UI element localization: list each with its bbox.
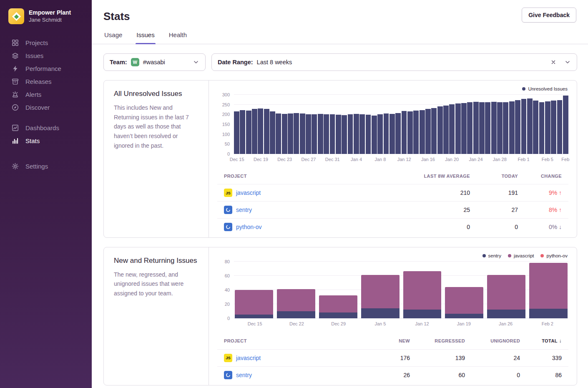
chart-bar[interactable] (557, 100, 563, 154)
chart-bar[interactable] (479, 102, 485, 154)
chart-bar[interactable] (485, 102, 490, 154)
chart-bar[interactable] (234, 111, 239, 154)
column-header-regressed[interactable]: REGRESSED (417, 333, 472, 350)
chart-bar[interactable] (252, 109, 257, 154)
chart-bar[interactable] (533, 101, 538, 154)
chart-bar[interactable] (407, 111, 413, 154)
chart-bar[interactable] (312, 114, 317, 154)
sidebar-item-performance[interactable]: Performance (12, 63, 92, 75)
column-header-new[interactable]: NEW (367, 333, 417, 350)
chart-bar[interactable] (545, 101, 550, 154)
chart-bar[interactable] (420, 110, 425, 154)
sidebar-item-dashboards[interactable]: Dashboards (12, 122, 92, 134)
chart-bar[interactable] (425, 109, 431, 154)
chart-bar[interactable] (270, 111, 275, 154)
stacked-bar[interactable] (529, 262, 568, 318)
chart-bar[interactable] (413, 111, 419, 154)
column-header-last-8w-average[interactable]: LAST 8W AVERAGE (372, 168, 477, 184)
chart-bar[interactable] (497, 102, 503, 154)
chart-bar[interactable] (455, 103, 461, 154)
chart-bar[interactable] (336, 115, 341, 154)
legend-item-python-ov[interactable]: python-ov (540, 253, 568, 258)
chart-bar[interactable] (366, 115, 371, 154)
chart-bar[interactable] (521, 99, 527, 154)
chart-bar[interactable] (389, 114, 395, 154)
stacked-bar[interactable] (445, 262, 483, 318)
chart-bar[interactable] (539, 102, 545, 154)
column-header-change[interactable]: CHANGE (525, 168, 568, 184)
chart-bar[interactable] (437, 106, 443, 154)
stacked-bar[interactable] (487, 262, 525, 318)
column-header-project[interactable]: PROJECT (217, 333, 367, 350)
sidebar-item-settings[interactable]: Settings (12, 160, 92, 172)
chart-bar[interactable] (372, 116, 377, 154)
org-switcher[interactable]: Empower Plant Jane Schmidt (0, 0, 92, 31)
chart-bar[interactable] (395, 113, 401, 154)
stacked-bar[interactable] (403, 262, 442, 318)
tab-issues[interactable]: Issues (136, 31, 155, 44)
stacked-bar[interactable] (277, 262, 315, 318)
chart-bar[interactable] (264, 109, 269, 154)
chart-bar[interactable] (467, 102, 472, 154)
legend-item-javascript[interactable]: javascript (508, 253, 534, 258)
chart-bar[interactable] (282, 114, 287, 154)
project-link[interactable]: javascript (236, 189, 261, 196)
clear-date-icon[interactable] (550, 59, 556, 65)
chart-bar[interactable] (300, 113, 305, 154)
legend-item-sentry[interactable]: sentry (482, 253, 501, 258)
chart-bar[interactable] (240, 110, 245, 154)
chart-bar[interactable] (324, 114, 329, 154)
tab-usage[interactable]: Usage (103, 31, 123, 44)
tab-health[interactable]: Health (168, 31, 188, 44)
chart-bar[interactable] (354, 114, 359, 154)
chart-bar[interactable] (503, 102, 508, 154)
sidebar-item-projects[interactable]: Projects (12, 37, 92, 49)
chart-bar[interactable] (431, 108, 437, 154)
chart-bar[interactable] (318, 114, 323, 154)
sidebar-item-alerts[interactable]: Alerts (12, 88, 92, 101)
chart-bar[interactable] (306, 114, 311, 154)
chart-bar[interactable] (527, 98, 533, 154)
chart-bar[interactable] (258, 108, 263, 154)
legend-item-unresolved-issues[interactable]: Unresolved Issues (522, 86, 568, 91)
sidebar-item-releases[interactable]: Releases (12, 76, 92, 88)
give-feedback-button[interactable]: Give Feedback (522, 8, 576, 23)
stacked-bar[interactable] (319, 262, 357, 318)
sidebar-item-discover[interactable]: Discover (12, 101, 92, 113)
column-header-project[interactable]: PROJECT (217, 168, 372, 184)
chart-bar[interactable] (288, 113, 293, 154)
project-link[interactable]: sentry (236, 372, 252, 378)
sidebar-item-issues[interactable]: Issues (12, 50, 92, 62)
date-range-filter[interactable]: Date Range: Last 8 weeks (211, 53, 577, 71)
project-link[interactable]: sentry (236, 207, 252, 213)
column-header-today[interactable]: TODAY (477, 168, 525, 184)
chart-bar[interactable] (551, 101, 556, 154)
chart-bar[interactable] (359, 114, 365, 154)
column-header-total[interactable]: TOTAL ↓ (527, 333, 568, 350)
chart-bar[interactable] (246, 111, 251, 154)
chart-bar[interactable] (402, 111, 407, 154)
stacked-bar[interactable] (361, 262, 400, 318)
project-link[interactable]: javascript (236, 355, 261, 361)
stacked-bar[interactable] (235, 262, 273, 318)
chart-bar[interactable] (377, 114, 383, 154)
project-link[interactable]: python-ov (236, 224, 261, 230)
column-header-unignored[interactable]: UNIGNORED (472, 333, 527, 350)
chart-bar[interactable] (384, 113, 389, 154)
chart-bar[interactable] (491, 102, 497, 154)
team-filter[interactable]: Team: W #wasabi (103, 53, 206, 71)
chart-bar[interactable] (348, 114, 353, 154)
chart-bar[interactable] (509, 101, 515, 154)
table-cell: 210 (372, 184, 477, 202)
chart-bar[interactable] (294, 113, 299, 154)
sidebar-item-stats[interactable]: Stats (12, 135, 92, 147)
chart-bar[interactable] (563, 96, 568, 154)
chart-bar[interactable] (342, 115, 347, 154)
chart-bar[interactable] (473, 102, 479, 154)
chart-bar[interactable] (515, 100, 520, 154)
chart-bar[interactable] (330, 114, 335, 154)
chart-bar[interactable] (443, 106, 449, 154)
chart-bar[interactable] (461, 103, 467, 154)
chart-bar[interactable] (276, 113, 281, 154)
chart-bar[interactable] (449, 104, 455, 154)
